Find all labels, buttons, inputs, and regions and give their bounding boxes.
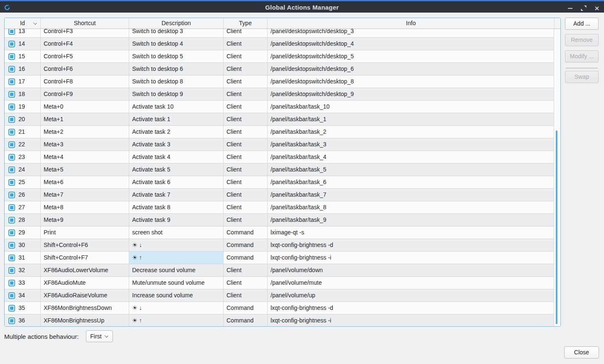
add-button[interactable]: Add ... — [565, 18, 599, 30]
table-row[interactable]: 14Control+F4Switch to desktop 4Client/pa… — [5, 38, 554, 50]
row-enabled-checkbox[interactable] — [8, 41, 15, 47]
row-info: /panel/taskbar/task_3 — [268, 138, 554, 151]
close-window-button[interactable]: ✕ — [593, 5, 601, 12]
table-row[interactable]: 18Control+F9Switch to desktop 9Client/pa… — [5, 88, 554, 101]
global-actions-manager-window: Global Actions Manager ✕ Id Shortcut Des… — [0, 0, 604, 364]
table-row[interactable]: 25Meta+6Activate task 6Client/panel/task… — [5, 176, 554, 189]
checkbox-mark-icon — [10, 256, 13, 260]
row-enabled-checkbox[interactable] — [8, 305, 15, 312]
row-info: /panel/taskbar/task_4 — [268, 151, 554, 163]
row-shortcut: XF86MonBrightnessDown — [41, 302, 129, 314]
row-type: Client — [224, 38, 268, 50]
row-id: 28 — [18, 214, 25, 226]
minimize-icon — [568, 8, 573, 9]
row-id: 23 — [18, 151, 25, 163]
row-info: /panel/taskbar/task_6 — [268, 176, 554, 188]
row-id-cell: 20 — [5, 113, 41, 125]
column-header-info[interactable]: Info — [268, 18, 555, 29]
table-body: 13Control+F3Switch to desktop 3Client/pa… — [5, 29, 554, 326]
row-id-cell: 14 — [5, 38, 41, 50]
column-header-type[interactable]: Type — [224, 18, 268, 29]
row-id: 36 — [18, 315, 25, 326]
minimize-button[interactable] — [566, 5, 574, 12]
row-id: 19 — [18, 101, 25, 113]
checkbox-mark-icon — [10, 168, 13, 172]
table-row[interactable]: 30Shift+Control+F6☀ ↓Commandlxqt-config-… — [5, 239, 554, 252]
row-enabled-checkbox[interactable] — [8, 66, 15, 73]
close-button[interactable]: Close — [564, 346, 599, 359]
row-info: /panel/volume/mute — [268, 277, 554, 289]
row-enabled-checkbox[interactable] — [8, 104, 15, 110]
table-row[interactable]: 17Control+F8Switch to desktop 8Client/pa… — [5, 75, 554, 88]
row-enabled-checkbox[interactable] — [8, 154, 15, 161]
row-enabled-checkbox[interactable] — [8, 267, 15, 274]
row-description: Switch to desktop 5 — [129, 50, 224, 62]
behaviour-dropdown[interactable]: First — [86, 330, 113, 342]
table-row[interactable]: 22Meta+3Activate task 3Client/panel/task… — [5, 138, 554, 151]
row-description: screen shot — [129, 226, 224, 239]
column-header-id[interactable]: Id — [5, 18, 41, 29]
row-enabled-checkbox[interactable] — [8, 292, 15, 299]
row-enabled-checkbox[interactable] — [8, 141, 15, 148]
row-enabled-checkbox[interactable] — [8, 217, 15, 224]
table-row[interactable]: 36XF86MonBrightnessUp☀ ↑Commandlxqt-conf… — [5, 315, 554, 326]
table-row[interactable]: 21Meta+2Activate task 2Client/panel/task… — [5, 126, 554, 138]
table-row[interactable]: 31Shift+Control+F7☀ ↑Commandlxqt-config-… — [5, 252, 554, 264]
row-enabled-checkbox[interactable] — [8, 78, 15, 85]
table-row[interactable]: 33XF86AudioMuteMute/unmute sound volumeC… — [5, 277, 554, 289]
vertical-scrollbar[interactable] — [554, 29, 560, 326]
row-enabled-checkbox[interactable] — [8, 229, 15, 236]
row-enabled-checkbox[interactable] — [8, 91, 15, 98]
row-description: Switch to desktop 4 — [129, 38, 224, 50]
table-row[interactable]: 16Control+F6Switch to desktop 6Client/pa… — [5, 63, 554, 75]
maximize-button[interactable] — [580, 5, 587, 12]
table-row[interactable]: 35XF86MonBrightnessDown☀ ↓Commandlxqt-co… — [5, 302, 554, 315]
table-row[interactable]: 34XF86AudioRaiseVolumeIncrease sound vol… — [5, 289, 554, 302]
table-row[interactable]: 13Control+F3Switch to desktop 3Client/pa… — [5, 29, 554, 38]
column-header-shortcut[interactable]: Shortcut — [41, 18, 129, 29]
column-header-description[interactable]: Description — [129, 18, 224, 29]
row-enabled-checkbox[interactable] — [8, 129, 15, 135]
table-row[interactable]: 29Printscreen shotCommandlximage-qt -s — [5, 226, 554, 239]
row-description: Activate task 3 — [129, 138, 224, 151]
row-id-cell: 29 — [5, 226, 41, 239]
row-type: Client — [224, 138, 268, 151]
table-row[interactable]: 23Meta+4Activate task 4Client/panel/task… — [5, 151, 554, 164]
table-row[interactable]: 27Meta+8Activate task 8Client/panel/task… — [5, 201, 554, 214]
row-id: 15 — [18, 50, 25, 62]
table-row[interactable]: 15Control+F5Switch to desktop 5Client/pa… — [5, 50, 554, 63]
row-type: Client — [224, 50, 268, 62]
row-enabled-checkbox[interactable] — [8, 192, 15, 198]
checkbox-mark-icon — [10, 231, 13, 234]
row-enabled-checkbox[interactable] — [8, 53, 15, 60]
row-enabled-checkbox[interactable] — [8, 255, 15, 261]
table-row[interactable]: 28Meta+9Activate task 9Client/panel/task… — [5, 214, 554, 226]
row-type: Client — [224, 176, 268, 188]
checkbox-mark-icon — [10, 55, 13, 58]
row-enabled-checkbox[interactable] — [8, 242, 15, 249]
table-row[interactable]: 19Meta+0Activate task 10Client/panel/tas… — [5, 101, 554, 113]
table-row[interactable]: 26Meta+7Activate task 7Client/panel/task… — [5, 189, 554, 201]
row-type: Command — [224, 226, 268, 239]
row-enabled-checkbox[interactable] — [8, 280, 15, 286]
row-description: Switch to desktop 8 — [129, 75, 224, 88]
row-id: 32 — [18, 264, 25, 276]
row-type: Command — [224, 315, 268, 326]
row-enabled-checkbox[interactable] — [8, 166, 15, 173]
row-enabled-checkbox[interactable] — [8, 317, 15, 324]
row-id-cell: 26 — [5, 189, 41, 201]
row-id-cell: 34 — [5, 289, 41, 302]
scrollbar-thumb[interactable] — [556, 130, 557, 324]
table-row[interactable]: 20Meta+1Activate task 1Client/panel/task… — [5, 113, 554, 126]
table-row[interactable]: 24Meta+5Activate task 5Client/panel/task… — [5, 164, 554, 176]
row-enabled-checkbox[interactable] — [8, 29, 15, 35]
row-shortcut: Shift+Control+F6 — [41, 239, 129, 251]
row-enabled-checkbox[interactable] — [8, 204, 15, 211]
row-shortcut: Meta+9 — [41, 214, 129, 226]
row-enabled-checkbox[interactable] — [8, 116, 15, 123]
row-enabled-checkbox[interactable] — [8, 179, 15, 186]
row-description: Activate task 6 — [129, 176, 224, 188]
row-info: lxqt-config-brightness -d — [268, 302, 554, 314]
table-row[interactable]: 32XF86AudioLowerVolumeDecrease sound vol… — [5, 264, 554, 277]
row-info: lximage-qt -s — [268, 226, 554, 239]
